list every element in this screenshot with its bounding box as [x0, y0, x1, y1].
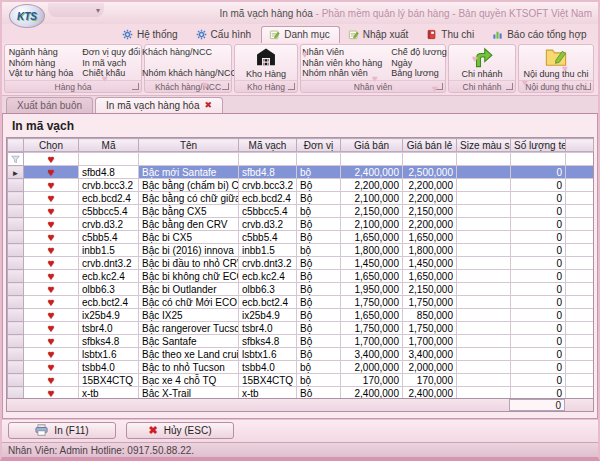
table-row[interactable]: ♥crvb.d3.2Bậc bằng đen CRVcrvb.d3.2Bộ2,1…: [8, 218, 594, 231]
cell-ma-vach[interactable]: ix25b4.9: [239, 309, 297, 322]
cell-ma-vach[interactable]: c5bb5.4: [239, 231, 297, 244]
col-header-on-vi[interactable]: Đơn vị: [297, 139, 341, 152]
cell-size-mau-sac[interactable]: [457, 374, 511, 387]
cell-ma-vach[interactable]: crvb.dnt3.2: [239, 257, 297, 270]
cell-ma-vach[interactable]: ecb.bct2.4: [239, 296, 297, 309]
cell-gia-ban[interactable]: 2,200,000: [341, 179, 403, 192]
cell-don-vi[interactable]: bộ: [297, 361, 341, 374]
cell-gia-ban-le[interactable]: 1,800,000: [403, 244, 457, 257]
cell-so-luong-tem[interactable]: 0: [511, 374, 566, 387]
cell-so-luong-tem[interactable]: 0: [511, 309, 566, 322]
cell-chon[interactable]: ♥: [24, 192, 79, 205]
cell-so-luong-tem[interactable]: 0: [511, 335, 566, 348]
table-row[interactable]: ♥sfbks4.8Bậc Santafesfbks4.8Bộ1,700,0001…: [8, 335, 594, 348]
ribbon-item-nhom-khach-hang-ncc[interactable]: Nhóm khách hàng/NCC: [137, 68, 239, 78]
cell-chon[interactable]: ♥: [24, 387, 79, 399]
cell-ma[interactable]: inbb1.5: [79, 244, 139, 257]
cell-don-vi[interactable]: Bộ: [297, 192, 341, 205]
table-row[interactable]: ♥crvb.bcc3.2Bậc bằng (chấm bi) CRVcrvb.b…: [8, 179, 594, 192]
cell-ma[interactable]: c5bbcc5.4: [79, 205, 139, 218]
ribbon-item-che-o-luong[interactable]: Chế độ lương: [386, 47, 448, 57]
cell-ma-vach[interactable]: sfbks4.8: [239, 335, 297, 348]
ribbon-button-chi-nhanh[interactable]: Chi nhánh: [449, 45, 515, 80]
cell-ten[interactable]: Bậc bi Outlander: [139, 283, 239, 296]
heart-icon[interactable]: ♥: [48, 309, 55, 321]
close-tab-icon[interactable]: ✖: [204, 101, 212, 110]
dialog-launcher-icon[interactable]: [222, 83, 229, 90]
document-tab-in-ma-vach-hang-hoa[interactable]: In mã vạch hàng hóa✖: [95, 97, 223, 113]
cell-size-mau-sac[interactable]: [457, 296, 511, 309]
table-row[interactable]: ♥c5bbcc5.4Bậc bằng CX5c5bbcc5.4bộ2,150,0…: [8, 205, 594, 218]
table-row[interactable]: ►♥sfbd4.8Bậc mới Santafesfbd4.8bộ2,400,0…: [8, 166, 594, 179]
cell-ten[interactable]: Bạc xe 4 chỗ TQ: [139, 374, 239, 387]
cell-ma[interactable]: lsbtx1.6: [79, 348, 139, 361]
app-logo-button[interactable]: KTS: [9, 4, 45, 28]
cell-filler[interactable]: [566, 179, 594, 192]
cell-so-luong-tem[interactable]: 0: [511, 231, 566, 244]
cell-gia-ban-le[interactable]: 2,200,000: [403, 218, 457, 231]
cell-so-luong-tem[interactable]: 0: [511, 270, 566, 283]
cell-ma[interactable]: ecb.bcd2.4: [79, 192, 139, 205]
cell-ten[interactable]: Bậc theo xe Land cruiser: [139, 348, 239, 361]
table-row[interactable]: ♥c5bb5.4Bậc bi CX5c5bb5.4Bộ1,650,0001,65…: [8, 231, 594, 244]
cell-ma[interactable]: crvb.dnt3.2: [79, 257, 139, 270]
cell-gia-ban[interactable]: 1,650,000: [341, 309, 403, 322]
cell-size-mau-sac[interactable]: [457, 387, 511, 399]
cell-gia-ban[interactable]: 1,650,000: [341, 270, 403, 283]
cell-filler[interactable]: [566, 387, 594, 399]
cell-gia-ban-le[interactable]: 2,400,000: [403, 387, 457, 399]
filter-cell[interactable]: [341, 153, 403, 166]
cell-don-vi[interactable]: Bộ: [297, 335, 341, 348]
table-row[interactable]: ♥ix25b4.9Bậc IX25ix25b4.9Bộ1,650,000850,…: [8, 309, 594, 322]
filter-cell[interactable]: [511, 153, 566, 166]
cell-gia-ban-le[interactable]: 170,000: [403, 374, 457, 387]
cell-so-luong-tem[interactable]: 0: [511, 283, 566, 296]
heart-icon[interactable]: ♥: [48, 374, 55, 386]
cell-filler[interactable]: [566, 244, 594, 257]
table-row[interactable]: ♥tsbr4.0Bậc rangerover Tucsontsbr4.0Bộ1,…: [8, 322, 594, 335]
cell-ma[interactable]: tsbb4.0: [79, 361, 139, 374]
cell-chon[interactable]: ♥: [24, 296, 79, 309]
cell-ma[interactable]: olbb6.3: [79, 283, 139, 296]
cell-chon[interactable]: ♥: [24, 179, 79, 192]
ribbon-item-chiet-khau[interactable]: Chiết khấu: [77, 68, 142, 78]
cell-don-vi[interactable]: bộ: [297, 166, 341, 179]
cell-so-luong-tem[interactable]: 0: [511, 361, 566, 374]
cell-chon[interactable]: ♥: [24, 361, 79, 374]
cell-don-vi[interactable]: Bộ: [297, 231, 341, 244]
col-header-gia-ban[interactable]: Giá bán: [341, 139, 403, 152]
cell-ten[interactable]: Bậc rangerover Tucson: [139, 322, 239, 335]
cell-chon[interactable]: ♥: [24, 374, 79, 387]
ribbon-item-on-vi-quy-oi[interactable]: Đơn vị quy đổi: [77, 47, 142, 57]
cell-so-luong-tem[interactable]: 0: [511, 166, 566, 179]
cell-ma-vach[interactable]: 15BX4CTQ: [239, 374, 297, 387]
cell-filler[interactable]: [566, 166, 594, 179]
table-row[interactable]: ♥tsbb4.0Bậc to nhỏ Tucsontsbb4.0bộ2,000,…: [8, 361, 594, 374]
cell-size-mau-sac[interactable]: [457, 257, 511, 270]
cell-don-vi[interactable]: bộ: [297, 205, 341, 218]
heart-icon[interactable]: ♥: [48, 166, 55, 178]
cell-don-vi[interactable]: bộ: [297, 244, 341, 257]
cell-don-vi[interactable]: Bộ: [297, 270, 341, 283]
cell-ten[interactable]: Bậc có chữ Mới ECO: [139, 296, 239, 309]
cell-size-mau-sac[interactable]: [457, 192, 511, 205]
cell-chon[interactable]: ♥: [24, 218, 79, 231]
cell-filler[interactable]: [566, 322, 594, 335]
filter-cell[interactable]: [297, 153, 341, 166]
cell-ma[interactable]: ix25b4.9: [79, 309, 139, 322]
table-row[interactable]: ♥inbb1.5Bậc bi (2016) innovainbb1.5bộ1,8…: [8, 244, 594, 257]
cell-gia-ban-le[interactable]: 2,500,000: [403, 166, 457, 179]
cell-size-mau-sac[interactable]: [457, 361, 511, 374]
cell-ten[interactable]: Bậc X-Trail: [139, 387, 239, 399]
filter-cell[interactable]: [457, 153, 511, 166]
cell-ten[interactable]: Bậc bi không chữ ECO: [139, 270, 239, 283]
ribbon-item-nhan-vien-kho-hang[interactable]: Nhân viên kho hàng: [297, 58, 384, 68]
cell-gia-ban[interactable]: 1,800,000: [341, 244, 403, 257]
cell-ma-vach[interactable]: crvb.d3.2: [239, 218, 297, 231]
cell-chon[interactable]: ♥: [24, 166, 79, 179]
dialog-launcher-icon[interactable]: [506, 83, 513, 90]
cell-don-vi[interactable]: Bộ: [297, 296, 341, 309]
cell-ten[interactable]: Bậc bi CX5: [139, 231, 239, 244]
cell-so-luong-tem[interactable]: 0: [511, 322, 566, 335]
cell-size-mau-sac[interactable]: [457, 348, 511, 361]
